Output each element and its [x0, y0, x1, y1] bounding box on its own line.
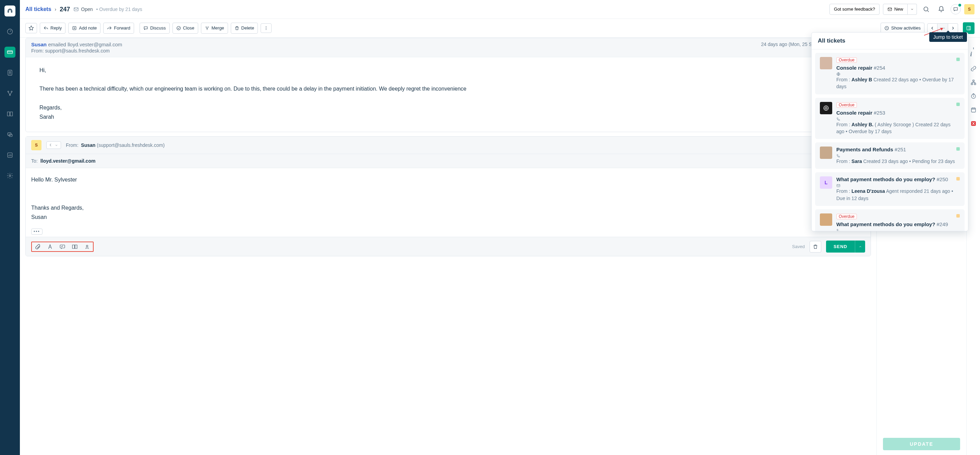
- ticket-meta: From : Leena D'zousa Agent responded 21 …: [836, 184, 960, 202]
- ticket-avatar: [820, 57, 832, 69]
- new-dropdown[interactable]: [908, 4, 917, 15]
- nav-solutions-icon[interactable]: [5, 109, 16, 120]
- nav-tickets-icon[interactable]: [5, 47, 16, 57]
- right-rail: i: [966, 38, 980, 455]
- ticket-item[interactable]: Payments and Refunds #251 From : Sara Cr…: [815, 142, 964, 169]
- svg-point-10: [9, 175, 11, 177]
- overdue-badge: Overdue: [836, 102, 857, 108]
- svg-point-16: [266, 26, 266, 27]
- composer-from: From: Susan (support@sauls.freshdesk.com…: [66, 142, 165, 148]
- ticket-meta: From : Sara Created 23 days ago • Pendin…: [836, 154, 960, 165]
- ticket-item[interactable]: Overdue Console repair #254 From : Ashle…: [815, 53, 964, 94]
- svg-point-4: [8, 91, 9, 92]
- discuss-button[interactable]: Discuss: [140, 22, 170, 34]
- breadcrumb: All tickets › 247 Open • Overdue by 21 d…: [25, 6, 826, 13]
- nav-reports-icon[interactable]: [5, 150, 16, 161]
- to-value[interactable]: lloyd.vester@gmail.com: [40, 158, 95, 164]
- reply-button[interactable]: Reply: [40, 22, 65, 34]
- add-note-button[interactable]: Add note: [68, 22, 100, 34]
- delete-button[interactable]: Delete: [231, 22, 258, 34]
- signature-icon[interactable]: [84, 244, 90, 250]
- ticket-item[interactable]: L What payment methods do you employ? #2…: [815, 172, 964, 206]
- email-body: Hi, There has been a technical difficult…: [26, 57, 870, 132]
- breadcrumb-all-tickets[interactable]: All tickets: [25, 6, 51, 12]
- more-button[interactable]: [261, 23, 272, 33]
- priority-dot: [956, 177, 960, 180]
- user-avatar[interactable]: S: [964, 4, 975, 14]
- info-icon[interactable]: i: [970, 45, 977, 58]
- priority-dot: [956, 102, 960, 106]
- email-card: Susan emailed lloyd.vester@gmail.com Fro…: [25, 38, 871, 132]
- merge-button[interactable]: Merge: [201, 22, 228, 34]
- prev-ticket-button[interactable]: [927, 23, 937, 33]
- discard-button[interactable]: [810, 241, 821, 252]
- svg-point-5: [11, 91, 12, 92]
- svg-point-3: [9, 71, 11, 73]
- star-button[interactable]: [25, 23, 37, 33]
- nav-forums-icon[interactable]: [5, 129, 16, 140]
- svg-rect-23: [967, 26, 971, 30]
- chevron-right-icon: ›: [55, 6, 57, 12]
- reply-dropdown[interactable]: [46, 141, 61, 149]
- new-button[interactable]: New: [883, 4, 908, 15]
- calendar-icon[interactable]: [970, 107, 977, 113]
- jump-tooltip: Jump to ticket: [929, 32, 967, 42]
- composer-body[interactable]: Hello Mr. Sylvester Thanks and Regards, …: [26, 168, 870, 228]
- svg-rect-11: [74, 8, 78, 11]
- nav-dashboard-icon[interactable]: [5, 26, 16, 37]
- app-icon[interactable]: [970, 120, 977, 127]
- forward-button[interactable]: Forward: [103, 22, 134, 34]
- text-format-icon[interactable]: [47, 244, 53, 250]
- priority-dot: [956, 57, 960, 61]
- ticket-number: 247: [60, 6, 70, 13]
- ticket-avatar: [820, 147, 832, 159]
- canned-response-icon[interactable]: [59, 244, 65, 250]
- link-icon[interactable]: [970, 65, 977, 72]
- ticket-title: Payments and Refunds #251: [836, 147, 906, 152]
- time-icon[interactable]: [970, 93, 977, 99]
- svg-point-15: [177, 26, 180, 30]
- attachment-icon[interactable]: [35, 244, 41, 250]
- ticket-list-popover: All tickets Overdue Console repair #254 …: [811, 32, 968, 231]
- nav-admin-icon[interactable]: [5, 170, 16, 181]
- close-button[interactable]: Close: [172, 22, 198, 34]
- ticket-meta: From : lloyd sylvester ( Bridge Clothing…: [836, 228, 960, 231]
- ticket-meta: From : Ashley B Created 22 days ago • Ov…: [836, 72, 960, 90]
- ticket-avatar: L: [820, 176, 832, 189]
- send-dropdown[interactable]: [855, 241, 865, 252]
- knowledge-base-icon[interactable]: [72, 244, 78, 250]
- svg-point-22: [943, 28, 944, 29]
- to-label: To:: [31, 158, 38, 164]
- ticket-avatar: [820, 214, 832, 226]
- email-to: lloyd.vester@gmail.com: [68, 42, 122, 47]
- ticket-title: Console repair #254: [836, 65, 885, 71]
- nav-contacts-icon[interactable]: [5, 67, 16, 78]
- svg-rect-30: [972, 80, 974, 81]
- svg-point-6: [9, 94, 10, 96]
- email-from-name[interactable]: Susan: [31, 42, 47, 47]
- nav-social-icon[interactable]: [5, 88, 16, 99]
- svg-rect-12: [888, 8, 892, 11]
- ticket-title: What payment methods do you employ? #250: [836, 176, 948, 182]
- send-button[interactable]: SEND: [826, 241, 855, 252]
- email-from-line: From: support@sauls.freshdesk.com: [31, 48, 756, 54]
- notifications-icon[interactable]: [935, 3, 947, 15]
- composer-tools: [31, 241, 94, 252]
- ticket-item[interactable]: Overdue What payment methods do you empl…: [815, 209, 964, 231]
- freshconnect-icon[interactable]: [950, 4, 961, 14]
- search-icon[interactable]: [920, 3, 932, 15]
- overdue-badge: Overdue: [836, 57, 857, 63]
- ticket-meta: From : Ashley B. ( Ashley Scrooge ) Crea…: [836, 117, 960, 135]
- ticket-status-label: Open: [81, 6, 92, 12]
- left-nav-rail: [0, 0, 20, 455]
- app-logo[interactable]: [5, 5, 16, 16]
- ticket-avatar: [820, 102, 832, 114]
- header: All tickets › 247 Open • Overdue by 21 d…: [20, 0, 980, 19]
- hierarchy-icon[interactable]: [970, 79, 977, 85]
- quoted-text-toggle[interactable]: •••: [31, 228, 43, 235]
- ticket-item[interactable]: Overdue Console repair #253 From : Ashle…: [815, 98, 964, 139]
- update-button[interactable]: UPDATE: [883, 438, 960, 450]
- ticket-title: Console repair #253: [836, 110, 885, 116]
- svg-point-21: [942, 28, 943, 29]
- feedback-button[interactable]: Got some feedback?: [829, 4, 880, 15]
